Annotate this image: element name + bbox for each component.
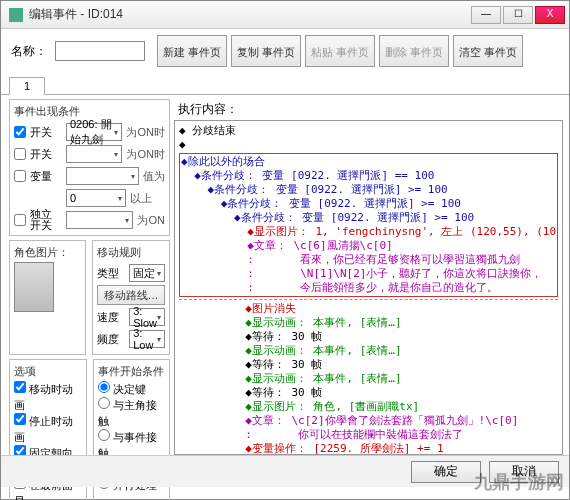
trig-player-touch[interactable]	[98, 397, 110, 409]
command-line[interactable]: ◆图片消失	[179, 302, 558, 316]
right-panel: 执行内容： ◆ 分歧结束◆ ◆除此以外的场合 ◆条件分歧： 变量 [0922. …	[174, 95, 569, 455]
graphic-title: 角色图片：	[14, 245, 81, 260]
command-line[interactable]: ◆显示图片： 角色, [書画副職tx]	[179, 400, 558, 414]
command-line[interactable]: : 你可以在技能欄中裝備這套劍法了	[179, 428, 558, 442]
switch1-hint: 为ON时	[126, 125, 165, 140]
graphic-group: 角色图片：	[9, 240, 86, 355]
opt-move-anim[interactable]	[14, 381, 26, 393]
command-line[interactable]: ◆文章： \c[2]你學會了劍法套路「獨孤九劍」!\c[0]	[179, 414, 558, 428]
name-input[interactable]	[55, 41, 145, 61]
main-area: 事件出现条件 开关 0206: 開始九劍▾ 为ON时 开关 ▾ 为ON时 变量 …	[1, 95, 569, 455]
variable-op: 以上	[130, 191, 152, 206]
copy-page-button[interactable]: 复制 事件页	[231, 35, 301, 67]
movement-group: 移动规则 类型 固定▾ 移动路线… 速度 3: Slow▾ 频度 3: Low	[92, 240, 170, 355]
selfswitch-checkbox[interactable]	[14, 214, 26, 226]
switch1-select[interactable]: 0206: 開始九劍▾	[66, 123, 122, 141]
variable-select[interactable]: ▾	[66, 167, 139, 185]
command-line[interactable]: : 今后能領悟多少，就是你自己的造化了。	[181, 281, 556, 295]
selfswitch-hint: 为ON	[137, 213, 165, 228]
command-line[interactable]: ◆条件分歧： 变量 [0922. 選擇門派] >= 100	[181, 211, 556, 225]
speed-label: 速度	[97, 310, 125, 325]
left-panel: 事件出现条件 开关 0206: 開始九劍▾ 为ON时 开关 ▾ 为ON时 变量 …	[1, 95, 174, 455]
command-line[interactable]: ◆变量操作： [2259. 所學劍法] += 1	[179, 442, 558, 455]
command-line[interactable]: ◆ 分歧结束	[179, 124, 558, 138]
delete-page-button[interactable]: 删除 事件页	[379, 35, 449, 67]
app-icon	[9, 8, 23, 22]
event-editor-window: 编辑事件 - ID:014 — ☐ X 名称： 新建 事件页 复制 事件页 粘贴…	[0, 0, 570, 500]
tab-strip: 1	[1, 73, 569, 95]
character-graphic[interactable]	[14, 262, 54, 312]
trig-action[interactable]	[98, 381, 110, 393]
speed-select[interactable]: 3: Slow▾	[129, 308, 165, 326]
name-label: 名称：	[11, 43, 47, 60]
trig-event-touch[interactable]	[98, 429, 110, 441]
clear-page-button[interactable]: 清空 事件页	[453, 35, 523, 67]
switch2-select[interactable]: ▾	[66, 145, 122, 163]
footer: 确定 取消	[1, 455, 569, 487]
command-line[interactable]: ◆文章： \c[6]風清揚\c[0]	[181, 239, 556, 253]
type-label: 类型	[97, 266, 125, 281]
new-page-button[interactable]: 新建 事件页	[157, 35, 227, 67]
command-line[interactable]: ◆显示动画： 本事件, [表情…]	[179, 372, 558, 386]
event-commands-list[interactable]: ◆ 分歧结束◆ ◆除此以外的场合 ◆条件分歧： 变量 [0922. 選擇門派] …	[174, 120, 563, 455]
command-line[interactable]: ◆等待： 30 帧	[179, 330, 558, 344]
command-line[interactable]: ◆显示动画： 本事件, [表情…]	[179, 316, 558, 330]
command-line[interactable]: ◆显示动画： 本事件, [表情…]	[179, 344, 558, 358]
cancel-button[interactable]: 取消	[489, 461, 559, 483]
command-line[interactable]: ◆等待： 30 帧	[179, 358, 558, 372]
switch2-checkbox[interactable]	[14, 148, 26, 160]
top-bar: 名称： 新建 事件页 复制 事件页 粘贴 事件页 删除 事件页 清空 事件页	[1, 29, 569, 73]
command-line[interactable]: ◆条件分歧： 变量 [0922. 選擇門派] == 100	[181, 169, 556, 183]
close-button[interactable]: X	[535, 6, 565, 24]
minimize-button[interactable]: —	[471, 6, 501, 24]
opt-stop-anim[interactable]	[14, 413, 26, 425]
titlebar[interactable]: 编辑事件 - ID:014 — ☐ X	[1, 1, 569, 29]
tab-1[interactable]: 1	[9, 77, 45, 95]
ok-button[interactable]: 确定	[411, 461, 481, 483]
switch2-label: 开关	[30, 147, 62, 162]
type-select[interactable]: 固定▾	[129, 264, 165, 282]
command-line[interactable]: ◆等待： 30 帧	[179, 386, 558, 400]
selfswitch-select[interactable]: ▾	[66, 211, 133, 229]
variable-checkbox[interactable]	[14, 170, 26, 182]
switch1-label: 开关	[30, 125, 62, 140]
variable-value[interactable]: 0▾	[66, 189, 126, 207]
variable-hint: 值为	[143, 169, 165, 184]
paste-page-button[interactable]: 粘贴 事件页	[305, 35, 375, 67]
window-title: 编辑事件 - ID:014	[29, 6, 123, 23]
command-line[interactable]: : \N[1]\N[2]小子，聽好了，你這次将口訣換你，	[181, 267, 556, 281]
command-line[interactable]: ◆除此以外的场合	[181, 155, 556, 169]
freq-label: 频度	[97, 332, 125, 347]
command-line[interactable]: ◆条件分歧： 变量 [0922. 選擇門派] >= 100	[181, 197, 556, 211]
variable-label: 变量	[30, 169, 62, 184]
switch2-hint: 为ON时	[126, 147, 165, 162]
movement-title: 移动规则	[97, 245, 165, 260]
command-line[interactable]: ◆显示图片： 1, 'fengchinysng', 左上 (120,55), (…	[181, 225, 556, 239]
command-line[interactable]: ◆	[179, 138, 558, 152]
move-route-button[interactable]: 移动路线…	[97, 285, 165, 305]
selfswitch-label: 独立 开关	[30, 209, 62, 231]
exec-title: 执行内容：	[174, 99, 563, 120]
options-title: 选项	[14, 364, 82, 379]
trigger-title: 事件开始条件	[98, 364, 166, 379]
switch1-checkbox[interactable]	[14, 126, 26, 138]
command-line[interactable]: ◆条件分歧： 变量 [0922. 選擇門派] >= 100	[181, 183, 556, 197]
command-line[interactable]: : 看來，你已经有足够资格可以學習這獨孤九劍	[181, 253, 556, 267]
conditions-group: 事件出现条件 开关 0206: 開始九劍▾ 为ON时 开关 ▾ 为ON时 变量 …	[9, 99, 170, 236]
maximize-button[interactable]: ☐	[503, 6, 533, 24]
freq-select[interactable]: 3: Low▾	[129, 330, 165, 348]
